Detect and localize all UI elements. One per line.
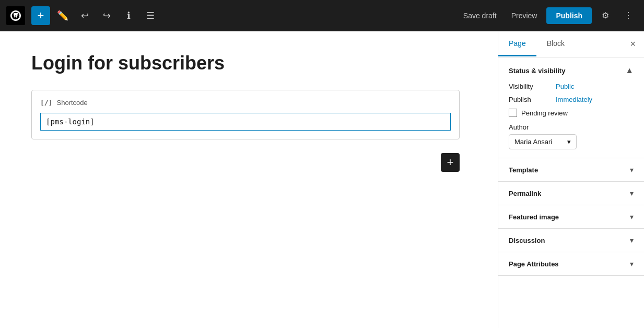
save-draft-button[interactable]: Save draft bbox=[458, 8, 502, 23]
shortcode-input[interactable] bbox=[40, 113, 451, 131]
author-select[interactable]: Maria Ansari ▾ bbox=[509, 134, 577, 149]
add-block-bottom-button[interactable]: + bbox=[441, 153, 460, 172]
template-chevron-icon: ▾ bbox=[630, 166, 634, 174]
toolbar-left: W + ✏️ ↩ ↪ ℹ ☰ bbox=[6, 6, 458, 25]
editor-area: Login for subscribers [/] Shortcode + bbox=[0, 31, 498, 328]
page-attributes-chevron-icon: ▾ bbox=[630, 260, 634, 268]
sidebar: Page Block × Status & visibility ▲ Visib… bbox=[498, 31, 644, 328]
page-attributes-section: Page Attributes ▾ bbox=[498, 252, 644, 276]
author-label: Author bbox=[509, 123, 634, 131]
preview-button[interactable]: Preview bbox=[506, 8, 543, 23]
featured-image-title: Featured image bbox=[509, 213, 559, 221]
publish-row: Publish Immediately bbox=[509, 96, 634, 103]
permalink-section: Permalink ▾ bbox=[498, 182, 644, 205]
status-visibility-toggle[interactable]: ▲ bbox=[625, 66, 634, 75]
status-visibility-section: Status & visibility ▲ Visibility Public … bbox=[498, 57, 644, 158]
list-view-button[interactable]: ☰ bbox=[141, 6, 160, 25]
publish-button[interactable]: Publish bbox=[546, 7, 592, 24]
shortcode-block: [/] Shortcode bbox=[31, 90, 460, 139]
shortcode-icon: [/] bbox=[40, 99, 52, 107]
more-options-button[interactable]: ⋮ bbox=[619, 6, 638, 25]
author-dropdown-icon: ▾ bbox=[567, 138, 571, 146]
template-header[interactable]: Template ▾ bbox=[498, 158, 644, 181]
sidebar-close-button[interactable]: × bbox=[622, 31, 644, 57]
featured-image-chevron-icon: ▾ bbox=[630, 213, 634, 221]
post-title[interactable]: Login for subscribers bbox=[31, 52, 466, 74]
pending-review-checkbox[interactable] bbox=[509, 109, 517, 117]
permalink-header[interactable]: Permalink ▾ bbox=[498, 182, 644, 205]
template-title: Template bbox=[509, 166, 538, 174]
visibility-value[interactable]: Public bbox=[556, 83, 574, 90]
template-section: Template ▾ bbox=[498, 158, 644, 182]
featured-image-section: Featured image ▾ bbox=[498, 205, 644, 229]
author-section: Author Maria Ansari ▾ bbox=[509, 123, 634, 149]
permalink-title: Permalink bbox=[509, 190, 541, 197]
author-value: Maria Ansari bbox=[514, 138, 552, 146]
visibility-label: Visibility bbox=[509, 83, 556, 90]
toolbar: W + ✏️ ↩ ↪ ℹ ☰ Save draft Preview Publis… bbox=[0, 0, 644, 31]
shortcode-header: [/] Shortcode bbox=[40, 99, 451, 107]
wordpress-logo[interactable]: W bbox=[6, 6, 25, 25]
settings-button[interactable]: ⚙ bbox=[596, 6, 615, 25]
tab-page[interactable]: Page bbox=[498, 32, 536, 56]
tab-block[interactable]: Block bbox=[536, 32, 575, 56]
page-attributes-title: Page Attributes bbox=[509, 260, 559, 268]
pending-review-label: Pending review bbox=[521, 109, 568, 117]
discussion-chevron-icon: ▾ bbox=[630, 236, 634, 244]
info-button[interactable]: ℹ bbox=[119, 6, 138, 25]
shortcode-block-label: Shortcode bbox=[56, 99, 87, 107]
publish-label: Publish bbox=[509, 96, 556, 103]
undo-button[interactable]: ↩ bbox=[75, 6, 94, 25]
add-block-toolbar-button[interactable]: + bbox=[31, 6, 50, 25]
pending-review-row: Pending review bbox=[509, 109, 634, 117]
permalink-chevron-icon: ▾ bbox=[630, 189, 634, 197]
page-attributes-header[interactable]: Page Attributes ▾ bbox=[498, 252, 644, 275]
visibility-row: Visibility Public bbox=[509, 83, 634, 90]
edit-mode-button[interactable]: ✏️ bbox=[53, 6, 72, 25]
discussion-header[interactable]: Discussion ▾ bbox=[498, 229, 644, 252]
toolbar-right: Save draft Preview Publish ⚙ ⋮ bbox=[458, 6, 638, 25]
redo-button[interactable]: ↪ bbox=[97, 6, 116, 25]
featured-image-header[interactable]: Featured image ▾ bbox=[498, 205, 644, 228]
main-area: Login for subscribers [/] Shortcode + Pa… bbox=[0, 31, 644, 328]
sidebar-header: Page Block × bbox=[498, 31, 644, 57]
svg-text:W: W bbox=[14, 14, 18, 19]
status-visibility-header: Status & visibility ▲ bbox=[509, 66, 634, 75]
discussion-section: Discussion ▾ bbox=[498, 229, 644, 252]
discussion-title: Discussion bbox=[509, 237, 545, 244]
status-visibility-title: Status & visibility bbox=[509, 67, 565, 75]
publish-value[interactable]: Immediately bbox=[556, 96, 592, 103]
